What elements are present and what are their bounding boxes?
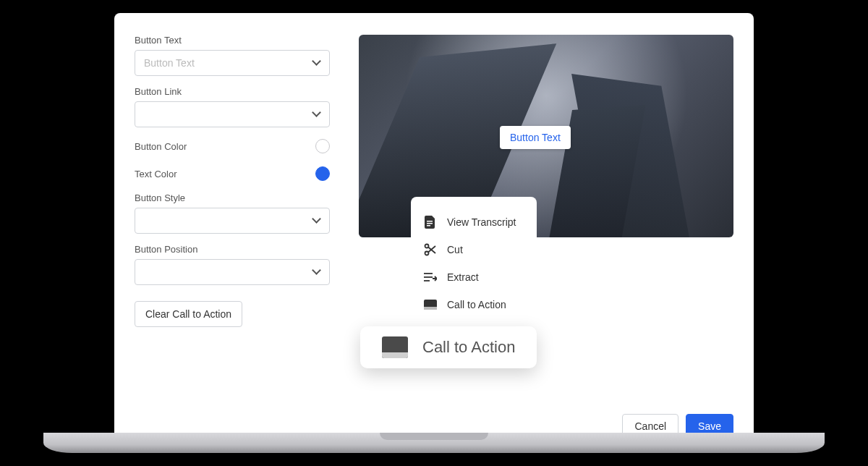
- laptop-notch: [380, 433, 488, 440]
- menu-item-cta[interactable]: Call to Action: [415, 291, 532, 318]
- label-button-link: Button Link: [135, 86, 330, 97]
- cta-icon: [382, 336, 408, 358]
- select-button-link[interactable]: [135, 101, 330, 127]
- label-text-color: Text Color: [135, 169, 177, 179]
- svg-rect-2: [427, 225, 430, 226]
- field-button-style: Button Style: [135, 192, 330, 234]
- clear-cta-button[interactable]: Clear Call to Action: [135, 301, 242, 327]
- select-button-text[interactable]: Button Text: [135, 50, 330, 76]
- label-button-color: Button Color: [135, 141, 187, 152]
- field-button-link: Button Link: [135, 86, 330, 127]
- menu-label: View Transcript: [447, 216, 516, 228]
- select-button-style[interactable]: [135, 208, 330, 234]
- svg-point-4: [425, 252, 429, 255]
- menu-item-view-transcript[interactable]: View Transcript: [415, 208, 532, 236]
- cta-icon: [424, 298, 437, 311]
- preview-panel: Button Text View Transcript Cut: [359, 35, 733, 420]
- select-button-position[interactable]: [135, 259, 330, 285]
- menu-label: Extract: [447, 271, 479, 283]
- scissors-icon: [424, 243, 437, 256]
- laptop-frame: Button Text Button Text Button Link Butt…: [101, 0, 767, 434]
- field-text-color: Text Color: [135, 165, 330, 182]
- menu-item-cut[interactable]: Cut: [415, 236, 532, 263]
- svg-rect-1: [427, 223, 433, 224]
- text-color-swatch[interactable]: [315, 166, 330, 181]
- menu-label: Call to Action: [447, 299, 506, 310]
- svg-line-5: [428, 247, 435, 254]
- menu-label: Cut: [447, 244, 463, 255]
- preview-cta-button[interactable]: Button Text: [500, 126, 571, 149]
- svg-point-3: [425, 245, 429, 248]
- field-button-color: Button Color: [135, 137, 330, 155]
- placeholder-button-text: Button Text: [144, 57, 195, 69]
- menu-item-extract[interactable]: Extract: [415, 263, 532, 291]
- extract-icon: [424, 271, 437, 284]
- label-button-style: Button Style: [135, 192, 330, 203]
- svg-line-6: [428, 246, 435, 253]
- field-button-text: Button Text Button Text: [135, 35, 330, 76]
- field-button-position: Button Position: [135, 244, 330, 285]
- cta-highlight-pill[interactable]: Call to Action: [360, 326, 537, 368]
- label-button-text: Button Text: [135, 35, 330, 46]
- button-color-swatch[interactable]: [315, 139, 330, 153]
- app-screen: Button Text Button Text Button Link Butt…: [114, 13, 754, 434]
- laptop-base: [43, 433, 825, 453]
- chevron-down-icon: [313, 268, 320, 276]
- form-panel: Button Text Button Text Button Link Butt…: [135, 35, 330, 420]
- svg-rect-11: [424, 307, 437, 310]
- chevron-down-icon: [313, 111, 320, 118]
- chevron-down-icon: [313, 217, 320, 224]
- svg-rect-0: [427, 221, 433, 222]
- file-icon: [424, 216, 437, 229]
- chevron-down-icon: [313, 59, 320, 67]
- cta-pill-label: Call to Action: [422, 338, 515, 357]
- label-button-position: Button Position: [135, 244, 330, 255]
